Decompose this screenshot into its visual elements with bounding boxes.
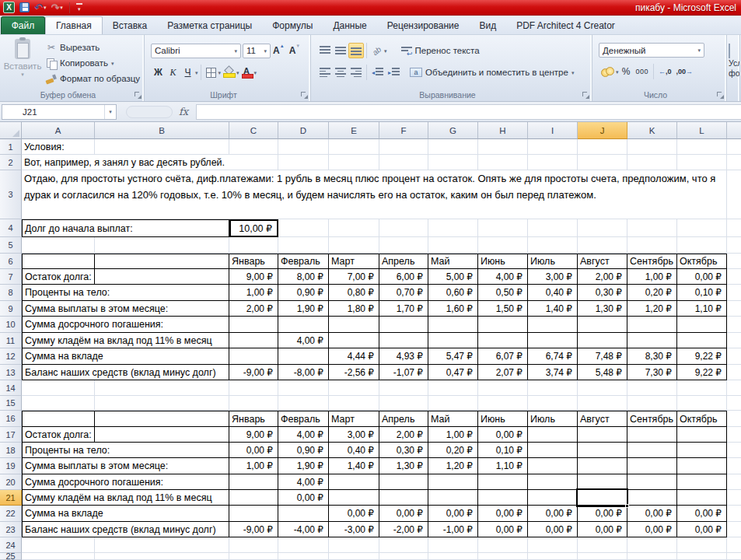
- cell-H23[interactable]: 0,00 ₽: [478, 522, 528, 537]
- cell-A16[interactable]: [22, 411, 95, 427]
- cell-A1[interactable]: Условия:: [22, 139, 95, 155]
- cell-K13[interactable]: 7,30 ₽: [627, 365, 677, 380]
- cell-D10[interactable]: [278, 317, 329, 333]
- column-header-J[interactable]: J: [578, 122, 627, 139]
- row-header-14[interactable]: 14: [0, 380, 22, 396]
- cell-D16[interactable]: Февраль: [278, 411, 329, 427]
- row-header-21[interactable]: 21: [0, 490, 22, 506]
- cell-L18[interactable]: [677, 443, 727, 458]
- cell-K17[interactable]: [627, 427, 677, 443]
- cell-L19[interactable]: [677, 458, 727, 474]
- cell-F15[interactable]: [379, 396, 428, 411]
- cell-H5[interactable]: [478, 237, 528, 254]
- cell-I13[interactable]: 3,74 ₽: [528, 365, 578, 380]
- cell-F22[interactable]: 0,00 ₽: [379, 506, 428, 522]
- cell-E9[interactable]: 1,80 ₽: [329, 301, 379, 317]
- cell-D11[interactable]: 4,00 ₽: [278, 333, 329, 348]
- cell-filler-10[interactable]: [727, 317, 741, 333]
- cell-E5[interactable]: [329, 237, 379, 254]
- cell-filler-7[interactable]: [727, 269, 741, 285]
- cell-J19[interactable]: [578, 458, 627, 474]
- excel-logo-icon[interactable]: X: [3, 2, 15, 13]
- cell-J7[interactable]: 2,00 ₽: [578, 269, 627, 285]
- cell-I4[interactable]: [528, 219, 578, 237]
- cell-C4[interactable]: 10,00 ₽: [229, 219, 278, 237]
- cell-filler-23[interactable]: [727, 522, 741, 537]
- cell-L11[interactable]: [677, 333, 727, 348]
- cell-C16[interactable]: Январь: [229, 411, 278, 427]
- row-header-3[interactable]: 3: [0, 170, 22, 219]
- cell-G10[interactable]: [428, 317, 478, 333]
- conditional-formatting-icon[interactable]: [729, 44, 730, 58]
- cell-J9[interactable]: 1,30 ₽: [578, 301, 627, 317]
- cell-C14[interactable]: [229, 380, 278, 396]
- orientation-button[interactable]: ab: [369, 43, 384, 58]
- row-header-24[interactable]: 24: [0, 537, 22, 553]
- cell-F8[interactable]: 0,70 ₽: [379, 285, 428, 301]
- cell-B5[interactable]: [95, 237, 229, 254]
- cell-C7[interactable]: 9,00 ₽: [229, 269, 278, 285]
- cell-H24[interactable]: [478, 537, 528, 553]
- cell-J16[interactable]: Август: [578, 411, 627, 427]
- cell-G8[interactable]: 0,60 ₽: [428, 285, 478, 301]
- cell-K25[interactable]: [627, 553, 677, 560]
- borders-button[interactable]: [204, 65, 218, 80]
- cell-B16[interactable]: [95, 411, 229, 427]
- number-format-combo[interactable]: Денежный▾: [599, 43, 704, 58]
- cell-D25[interactable]: [278, 553, 329, 560]
- cell-D12[interactable]: [278, 348, 329, 365]
- cell-E12[interactable]: 4,44 ₽: [329, 348, 379, 365]
- qat-customize-button[interactable]: ▾: [76, 3, 82, 12]
- cell-D14[interactable]: [278, 380, 329, 396]
- cell-G4[interactable]: [428, 219, 478, 237]
- row-header-9[interactable]: 9: [0, 301, 22, 317]
- cell-L16[interactable]: Октябрь: [677, 411, 727, 427]
- cell-C17[interactable]: 9,00 ₽: [229, 427, 278, 443]
- cell-H25[interactable]: [478, 553, 528, 560]
- cell-C15[interactable]: [229, 396, 278, 411]
- cell-F23[interactable]: -2,00 ₽: [379, 522, 428, 537]
- cell-A24[interactable]: [22, 537, 95, 553]
- cell-D19[interactable]: 1,90 ₽: [278, 458, 329, 474]
- cell-J6[interactable]: Август: [578, 254, 627, 269]
- cell-I11[interactable]: [528, 333, 578, 348]
- cell-filler-3[interactable]: [727, 170, 741, 219]
- cell-D20[interactable]: 4,00 ₽: [278, 474, 329, 490]
- cell-E20[interactable]: [329, 474, 379, 490]
- cell-K14[interactable]: [627, 380, 677, 396]
- cell-L10[interactable]: [677, 317, 727, 333]
- cell-H22[interactable]: 0,00 ₽: [478, 506, 528, 522]
- tab-formuly[interactable]: Формулы: [262, 16, 323, 34]
- dialog-launcher-icon[interactable]: [582, 92, 589, 99]
- cell-F11[interactable]: [379, 333, 428, 348]
- cell-J15[interactable]: [578, 396, 627, 411]
- font-size-combo[interactable]: 11▾: [243, 44, 271, 58]
- cell-G7[interactable]: 5,00 ₽: [428, 269, 478, 285]
- cell-A21[interactable]: Сумму кладём на вклад под 11% в месяц: [22, 490, 229, 506]
- cell-filler-25[interactable]: [727, 553, 741, 560]
- cell-I18[interactable]: [528, 443, 578, 458]
- row-header-16[interactable]: 16: [0, 411, 22, 427]
- cell-I16[interactable]: Июль: [528, 411, 578, 427]
- fill-color-button[interactable]: [221, 65, 236, 80]
- cell-D9[interactable]: 1,90 ₽: [278, 301, 329, 317]
- cell-I21[interactable]: [528, 490, 578, 506]
- cell-filler-1[interactable]: [727, 139, 741, 155]
- cell-A5[interactable]: [22, 237, 95, 254]
- column-header-L[interactable]: L: [677, 122, 727, 139]
- row-header-22[interactable]: 22: [0, 506, 22, 522]
- decrease-decimal-button[interactable]: ,00→: [674, 64, 696, 79]
- cell-filler-24[interactable]: [727, 537, 741, 553]
- cell-B24[interactable]: [95, 537, 229, 553]
- cell-F7[interactable]: 6,00 ₽: [379, 269, 428, 285]
- cell-F12[interactable]: 4,93 ₽: [379, 348, 428, 365]
- cell-D13[interactable]: -8,00 ₽: [278, 365, 329, 380]
- cell-I19[interactable]: [528, 458, 578, 474]
- align-middle-button[interactable]: [333, 43, 348, 58]
- dialog-launcher-icon[interactable]: [717, 92, 724, 99]
- row-header-4[interactable]: 4: [0, 219, 22, 237]
- cell-L1[interactable]: [677, 139, 727, 155]
- cell-B14[interactable]: [95, 380, 229, 396]
- cell-E7[interactable]: 7,00 ₽: [329, 269, 379, 285]
- cell-L25[interactable]: [677, 553, 727, 560]
